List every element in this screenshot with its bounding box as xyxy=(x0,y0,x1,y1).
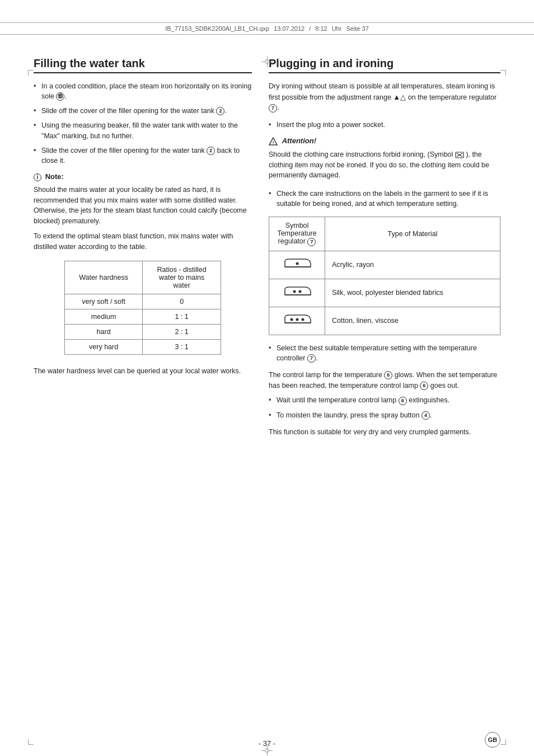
svg-point-9 xyxy=(298,290,301,293)
care-bullets: Check the care instructions on the label… xyxy=(269,189,500,209)
hardness-row-1-col2: 0 xyxy=(143,294,221,309)
bullet-4: Slide the cover of the filler opening fo… xyxy=(34,145,252,166)
page: IB_77153_SDBK2200Al_LB1_CH.qxp 13.07.201… xyxy=(0,22,534,756)
corner-mark-tr xyxy=(500,70,506,76)
svg-point-11 xyxy=(290,318,293,321)
right-section-title: Plugging in and ironing xyxy=(269,57,500,73)
note-box: i Note: Should the mains water at your l… xyxy=(34,172,252,252)
main-content: Filling the water tank In a cooled condi… xyxy=(0,40,534,458)
control-lamp-text: The control lamp for the temperature 6 g… xyxy=(269,370,500,391)
right-intro: Dry ironing without steam is possible at… xyxy=(269,81,500,113)
hardness-row-2-col1: medium xyxy=(65,309,143,325)
iron-material-2: Silk, wool, polyester blended fabrics xyxy=(325,279,500,307)
attention-label: Attention! xyxy=(282,137,316,145)
header-unit: Uhr xyxy=(332,25,342,32)
bullet-3: Using the measuring beaker, fill the wat… xyxy=(34,120,252,140)
attention-text: Should the clothing care instructions fo… xyxy=(269,149,500,181)
note-para-2: To extend the optimal steam blast functi… xyxy=(34,231,252,252)
plug-bullets: Insert the plug into a power socket. xyxy=(269,120,500,130)
iron-row-1: Acrylic, rayon xyxy=(269,251,500,279)
svg-point-13 xyxy=(301,318,304,321)
col1-header: Water hardness xyxy=(65,261,143,294)
temp-bullets: Select the best suitable temperature set… xyxy=(269,343,500,363)
iron-2dot-svg xyxy=(283,284,312,300)
iron-symbol-2 xyxy=(269,279,325,307)
hardness-row-2-col2: 1 : 1 xyxy=(143,309,221,325)
iron-1dot-svg xyxy=(283,256,312,273)
plug-bullet-1: Insert the plug into a power socket. xyxy=(269,120,500,130)
badge-6b: 6 xyxy=(420,382,428,390)
iron-symbol-1 xyxy=(269,251,325,279)
filling-bullets: In a cooled condition, place the steam i… xyxy=(34,81,252,166)
badge-7b: 7 xyxy=(307,238,316,246)
header-separator: / xyxy=(309,25,311,32)
corner-mark-tl xyxy=(28,70,34,76)
svg-text:!: ! xyxy=(273,140,274,145)
bullet-1: In a cooled condition, place the steam i… xyxy=(34,81,252,101)
iron-material-3: Cotton, linen, viscose xyxy=(325,307,500,335)
steam-range-icon: ▲△ xyxy=(393,93,406,101)
registration-cross-top xyxy=(261,56,273,67)
header-time: 8:12 xyxy=(315,25,327,32)
ending-text: This function is suitable for very dry a… xyxy=(269,427,500,438)
iron-row-2: Silk, wool, polyester blended fabrics xyxy=(269,279,500,307)
badge-2a: 2 xyxy=(216,107,224,115)
hardness-row-4-col1: very hard xyxy=(65,340,143,355)
iron-material-1: Acrylic, rayon xyxy=(325,251,500,279)
iron-row-3: Cotton, linen, viscose xyxy=(269,307,500,335)
note-title: i Note: xyxy=(34,172,252,181)
left-column: Filling the water tank In a cooled condi… xyxy=(34,57,252,442)
badge-4: 4 xyxy=(421,411,430,420)
hardness-row-4-col2: 3 : 1 xyxy=(143,340,221,355)
iron-table-header: SymbolTemperatureregulator 7 Type of Mat… xyxy=(269,217,500,251)
no-iron-symbol xyxy=(455,152,464,158)
col2-header: Ratios - distilledwater to mainswater xyxy=(143,261,221,294)
iron-symbols-table: SymbolTemperatureregulator 7 Type of Mat… xyxy=(269,217,500,335)
badge-18: ⑱ xyxy=(56,92,64,101)
badge-7c: 7 xyxy=(307,354,316,363)
header-date: 13.07.2012 xyxy=(274,25,305,32)
end-bullet-2: To moisten the laundry, press the spray … xyxy=(269,410,500,420)
svg-point-12 xyxy=(296,318,298,321)
badge-7a: 7 xyxy=(269,104,277,112)
iron-col1-header: SymbolTemperatureregulator 7 xyxy=(269,217,325,251)
iron-col2-header: Type of Material xyxy=(325,217,500,251)
attention-box: ! Attention! Should the clothing care in… xyxy=(269,137,500,181)
badge-2b: 2 xyxy=(207,147,215,155)
temp-bullet-1: Select the best suitable temperature set… xyxy=(269,343,500,363)
table-note: The water hardness level can be queried … xyxy=(34,366,252,377)
right-column: Plugging in and ironing Dry ironing with… xyxy=(269,57,500,442)
iron-3dot-svg xyxy=(283,312,312,328)
badge-6a: 6 xyxy=(384,371,392,379)
hardness-row-3-col2: 2 : 1 xyxy=(143,325,221,340)
svg-point-8 xyxy=(293,290,296,293)
left-section-title: Filling the water tank xyxy=(34,57,252,73)
attention-title: ! Attention! xyxy=(269,137,500,146)
header-page: Seite 37 xyxy=(346,25,368,32)
end-bullets: Wait until the temperature control lamp … xyxy=(269,395,500,420)
info-icon: i xyxy=(34,173,41,181)
end-bullet-1: Wait until the temperature control lamp … xyxy=(269,395,500,405)
iron-symbol-3 xyxy=(269,307,325,335)
country-badge: GB xyxy=(485,732,500,748)
hardness-row-1-col1: very soft / soft xyxy=(65,294,143,309)
filename: IB_77153_SDBK2200Al_LB1_CH.qxp xyxy=(165,25,269,32)
bullet-2: Slide off the cover of the filler openin… xyxy=(34,106,252,116)
registration-cross-bottom xyxy=(261,745,273,756)
care-bullet-1: Check the care instructions on the label… xyxy=(269,189,500,209)
water-hardness-table: Water hardness Ratios - distilledwater t… xyxy=(64,261,221,355)
hardness-row-3-col1: hard xyxy=(65,325,143,340)
svg-point-6 xyxy=(296,262,298,265)
note-para-1: Should the mains water at your locality … xyxy=(34,185,252,227)
warning-triangle-icon: ! xyxy=(269,137,278,146)
header-bar: IB_77153_SDBK2200Al_LB1_CH.qxp 13.07.201… xyxy=(0,22,534,35)
badge-6c: 6 xyxy=(399,397,407,405)
